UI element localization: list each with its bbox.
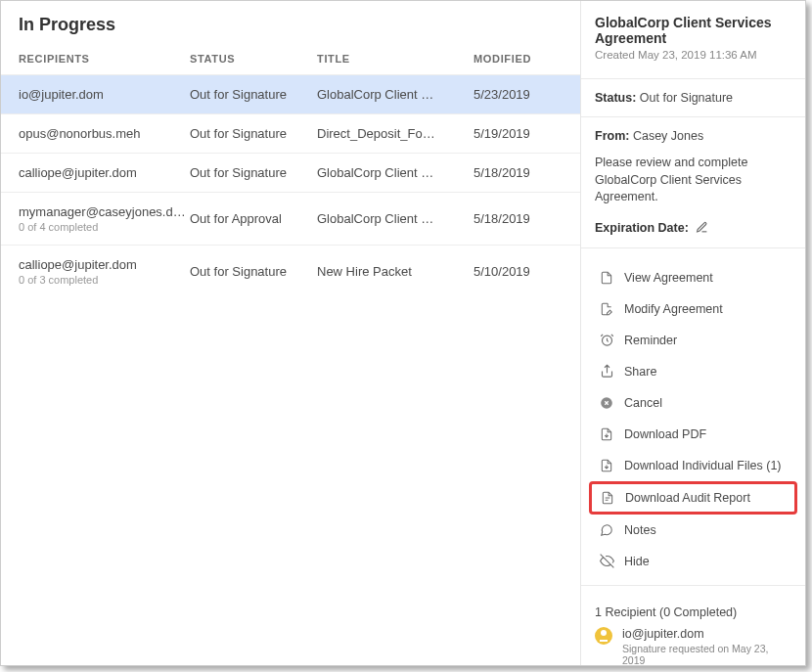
action-label: View Agreement (624, 271, 713, 285)
view-agreement[interactable]: View Agreement (595, 262, 791, 293)
detail-from: From: Casey Jones (595, 129, 791, 143)
row-status: Out for Signature (190, 264, 317, 279)
table-row[interactable]: io@jupiter.dom Out for Signature GlobalC… (1, 74, 580, 113)
detail-created: Created May 23, 2019 11:36 AM (595, 49, 791, 61)
expiration-row: Expiration Date: (595, 220, 791, 236)
row-date: 5/10/2019 (474, 264, 563, 279)
audit-report-icon (600, 490, 615, 506)
row-date: 5/23/2019 (474, 87, 563, 102)
avatar (595, 627, 612, 645)
row-recipient: calliope@jupiter.dom (19, 165, 190, 180)
recipient-name: io@jupiter.dom (622, 627, 791, 641)
detail-panel: GlobalCorp Client Services Agreement Cre… (580, 1, 805, 665)
detail-message: Please review and complete GlobalCorp Cl… (595, 155, 791, 206)
action-label: Modify Agreement (624, 302, 723, 316)
share[interactable]: Share (595, 356, 791, 387)
row-date: 5/18/2019 (474, 211, 563, 226)
row-date: 5/18/2019 (474, 165, 563, 180)
table-row[interactable]: opus@nonorbus.meh Out for Signature Dire… (1, 113, 580, 153)
row-recipient: mymanager@caseyjones.d… 0 of 4 completed (19, 204, 190, 233)
cancel-icon (599, 395, 614, 411)
col-status: STATUS (190, 53, 317, 65)
row-recipient: opus@nonorbus.meh (19, 126, 190, 141)
action-label: Download PDF (624, 427, 706, 441)
hide-icon (599, 554, 614, 569)
page-title: In Progress (1, 15, 580, 53)
row-recipient: io@jupiter.dom (19, 87, 190, 102)
row-title: New Hire Packet (317, 264, 474, 279)
document-icon (599, 270, 614, 286)
download-audit-report[interactable]: Download Audit Report (589, 481, 797, 515)
row-status: Out for Signature (190, 87, 317, 102)
recipient-item: io@jupiter.dom Signature requested on Ma… (595, 627, 791, 666)
download-pdf-icon (599, 426, 614, 442)
notes-icon (599, 522, 614, 538)
action-label: Reminder (624, 334, 677, 347)
recipient-sub: Signature requested on May 23, 2019 (622, 643, 791, 666)
row-status: Out for Signature (190, 126, 317, 141)
table-row[interactable]: calliope@jupiter.dom Out for Signature G… (1, 153, 580, 192)
detail-title: GlobalCorp Client Services Agreement (595, 15, 791, 46)
action-label: Hide (624, 555, 650, 568)
download-files[interactable]: Download Individual Files (1) (595, 450, 791, 481)
row-title: GlobalCorp Client … (317, 165, 474, 180)
notes[interactable]: Notes (595, 515, 791, 546)
detail-status: Status: Out for Signature (595, 91, 791, 105)
download-files-icon (599, 458, 614, 473)
agreements-table: RECIPIENTS STATUS TITLE MODIFIED io@jupi… (1, 53, 580, 297)
reminder[interactable]: Reminder (595, 325, 791, 356)
table-row[interactable]: calliope@jupiter.dom 0 of 3 completed Ou… (1, 245, 580, 297)
action-label: Share (624, 365, 656, 379)
cancel[interactable]: Cancel (595, 387, 791, 419)
col-title: TITLE (317, 53, 474, 65)
row-status: Out for Approval (190, 211, 317, 226)
share-icon (599, 364, 614, 380)
row-title: GlobalCorp Client … (317, 87, 474, 102)
row-recipient: calliope@jupiter.dom 0 of 3 completed (19, 257, 190, 286)
pencil-icon[interactable] (695, 220, 710, 236)
main-panel: In Progress RECIPIENTS STATUS TITLE MODI… (1, 1, 580, 665)
recipients-heading: 1 Recipient (0 Completed) (595, 605, 791, 619)
row-title: GlobalCorp Client … (317, 211, 474, 226)
edit-document-icon (599, 301, 614, 317)
row-title: Direct_Deposit_Fo… (317, 126, 474, 141)
action-label: Notes (624, 523, 656, 537)
action-label: Download Audit Report (625, 491, 750, 505)
action-label: Cancel (624, 396, 662, 410)
table-header: RECIPIENTS STATUS TITLE MODIFIED (1, 53, 580, 74)
col-recipients: RECIPIENTS (19, 53, 190, 65)
action-label: Download Individual Files (1) (624, 459, 782, 472)
hide[interactable]: Hide (595, 546, 791, 577)
row-status: Out for Signature (190, 165, 317, 180)
download-pdf[interactable]: Download PDF (595, 419, 791, 450)
col-modified: MODIFIED (474, 53, 563, 65)
table-row[interactable]: mymanager@caseyjones.d… 0 of 4 completed… (1, 192, 580, 245)
modify-agreement[interactable]: Modify Agreement (595, 293, 791, 325)
clock-icon (599, 333, 614, 348)
row-date: 5/19/2019 (474, 126, 563, 141)
